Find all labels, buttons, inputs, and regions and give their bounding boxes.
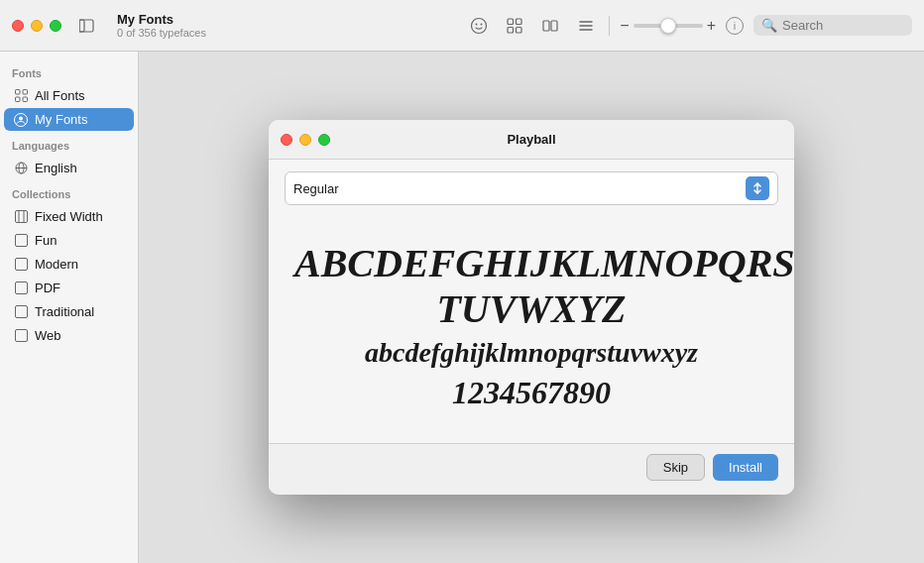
modal-maximize-button[interactable] (318, 134, 330, 146)
minimize-button[interactable] (31, 20, 43, 32)
modal-title-bar: Playball (269, 120, 794, 160)
close-button[interactable] (12, 20, 24, 32)
svg-rect-0 (79, 20, 84, 32)
info-button[interactable]: i (726, 17, 744, 35)
sidebar-item-modern[interactable]: Modern (4, 253, 134, 276)
fixed-width-label: Fixed Width (35, 209, 103, 224)
skip-button[interactable]: Skip (646, 454, 705, 481)
emoji-view-button[interactable] (466, 13, 492, 39)
search-box[interactable]: 🔍 (753, 15, 912, 36)
web-label: Web (35, 328, 61, 343)
svg-rect-10 (551, 21, 557, 31)
main-content: Fonts All Fonts My Fonts (0, 52, 924, 563)
sidebar-item-fun[interactable]: Fun (4, 229, 134, 252)
grid-icon (14, 89, 28, 103)
globe-icon (14, 162, 28, 175)
modal-minimize-button[interactable] (299, 134, 311, 146)
font-install-modal: Playball Regular (269, 120, 794, 495)
search-icon: 🔍 (761, 18, 777, 33)
svg-point-19 (19, 116, 23, 120)
search-input[interactable] (782, 18, 901, 33)
svg-rect-17 (23, 97, 28, 102)
svg-rect-7 (508, 27, 514, 33)
sidebar: Fonts All Fonts My Fonts (0, 52, 139, 563)
window-subtitle: 0 of 356 typefaces (117, 27, 206, 39)
modal-title: Playball (507, 132, 555, 147)
size-decrease-button[interactable]: − (620, 17, 629, 35)
svg-rect-9 (543, 21, 549, 31)
window-title: My Fonts (117, 12, 206, 27)
font-variant-arrow[interactable] (746, 176, 769, 200)
content-area: Playball Regular (139, 52, 924, 563)
sidebar-item-fixed-width[interactable]: Fixed Width (4, 205, 134, 228)
font-preview-lowercase: abcdefghijklmnopqrstuvwxyz (294, 336, 768, 370)
traffic-lights (12, 20, 61, 32)
svg-point-3 (476, 23, 478, 25)
languages-section-label: Languages (0, 132, 138, 156)
modal-body: Regular ABCDEFGHIJKLMNOPQRS TUVWXYZ (269, 160, 794, 443)
collections-section-label: Collections (0, 180, 138, 204)
fun-label: Fun (35, 233, 57, 248)
modern-icon (14, 258, 28, 272)
columns-view-button[interactable] (537, 13, 563, 39)
size-slider-thumb[interactable] (660, 18, 676, 34)
window-title-section: My Fonts 0 of 356 typefaces (117, 12, 206, 39)
svg-rect-14 (15, 90, 20, 95)
svg-rect-16 (15, 97, 20, 102)
modal-overlay: Playball Regular (139, 52, 924, 563)
svg-rect-27 (15, 259, 27, 271)
title-bar: My Fonts 0 of 356 typefaces (0, 0, 924, 52)
web-icon (14, 329, 28, 343)
svg-rect-5 (508, 19, 514, 25)
svg-rect-15 (23, 90, 28, 95)
list-view-button[interactable] (573, 13, 599, 39)
install-button[interactable]: Install (713, 454, 778, 481)
svg-rect-8 (517, 27, 522, 33)
svg-rect-28 (15, 282, 27, 294)
svg-rect-30 (15, 330, 27, 342)
font-variant-text: Regular (293, 181, 746, 196)
toolbar-divider (609, 16, 610, 36)
font-preview-uppercase-line2: TUVWXYZ (294, 286, 768, 332)
sidebar-item-web[interactable]: Web (4, 324, 134, 347)
svg-rect-23 (15, 211, 27, 223)
svg-rect-29 (15, 306, 27, 318)
size-slider-track[interactable] (634, 24, 703, 28)
pdf-icon (14, 282, 28, 295)
svg-point-4 (481, 23, 483, 25)
fixed-width-icon (14, 210, 28, 224)
size-slider[interactable]: − + (620, 17, 716, 35)
sidebar-item-all-fonts[interactable]: All Fonts (4, 84, 134, 107)
pdf-label: PDF (35, 281, 60, 295)
fonts-section-label: Fonts (0, 59, 138, 83)
svg-point-2 (472, 18, 487, 33)
font-preview: ABCDEFGHIJKLMNOPQRS TUVWXYZ abcdefghijkl… (285, 221, 778, 431)
size-increase-button[interactable]: + (707, 17, 716, 35)
traditional-label: Traditional (35, 304, 94, 319)
sidebar-item-english[interactable]: English (4, 157, 134, 179)
sidebar-item-my-fonts[interactable]: My Fonts (4, 108, 134, 131)
fun-icon (14, 234, 28, 248)
modal-traffic-lights (281, 134, 330, 146)
font-preview-uppercase-line1: ABCDEFGHIJKLMNOPQRS (294, 241, 768, 286)
sidebar-toggle-button[interactable] (73, 16, 101, 36)
modal-footer: Skip Install (269, 443, 794, 495)
font-preview-numbers: 1234567890 (294, 374, 768, 411)
grid-view-button[interactable] (502, 13, 527, 39)
svg-rect-6 (517, 19, 522, 25)
modal-close-button[interactable] (281, 134, 292, 146)
sidebar-item-traditional[interactable]: Traditional (4, 300, 134, 323)
traditional-icon (14, 305, 28, 319)
toolbar-actions: − + i 🔍 (466, 13, 912, 39)
english-label: English (35, 161, 77, 175)
font-variant-selector[interactable]: Regular (285, 171, 778, 205)
sidebar-item-pdf[interactable]: PDF (4, 277, 134, 299)
svg-rect-1 (79, 20, 93, 32)
all-fonts-label: All Fonts (35, 88, 85, 103)
person-circle-icon (14, 113, 28, 127)
svg-rect-26 (15, 235, 27, 247)
modern-label: Modern (35, 257, 78, 272)
maximize-button[interactable] (50, 20, 61, 32)
my-fonts-label: My Fonts (35, 112, 87, 127)
